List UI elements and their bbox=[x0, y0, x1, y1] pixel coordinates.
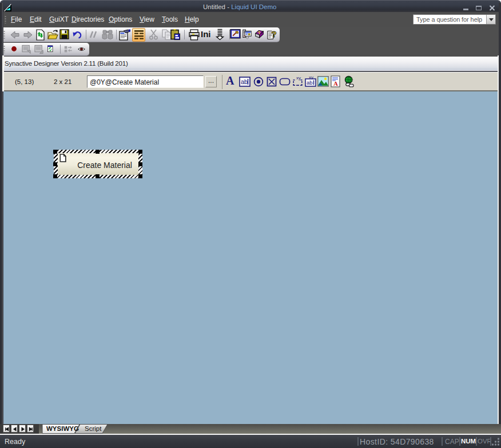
svg-text:?: ? bbox=[271, 29, 277, 39]
svg-text:ab: ab bbox=[307, 79, 313, 86]
svg-text:xy: xy bbox=[296, 75, 301, 81]
svg-text:A: A bbox=[333, 80, 338, 87]
svg-text:ab: ab bbox=[241, 78, 248, 85]
